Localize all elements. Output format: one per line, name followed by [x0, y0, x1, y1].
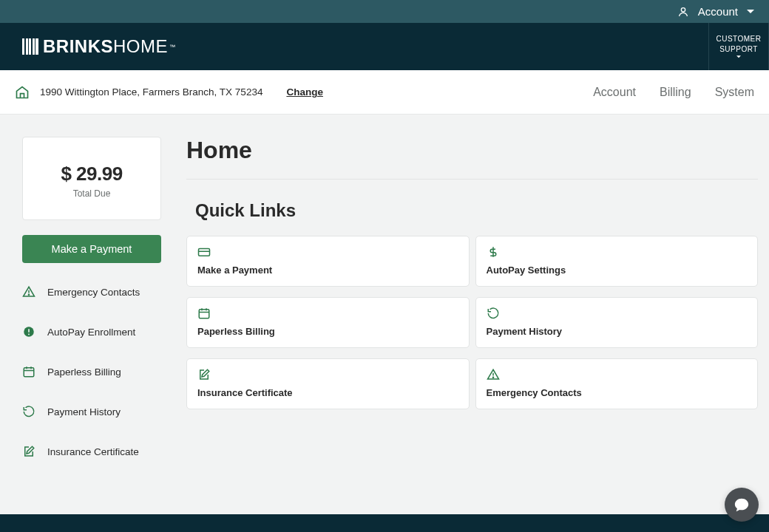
chat-button[interactable]	[725, 488, 759, 522]
nav-system[interactable]: System	[715, 86, 754, 99]
nav-account[interactable]: Account	[593, 86, 636, 99]
sidebar-paperless-billing[interactable]: Paperless Billing	[22, 365, 161, 378]
trademark-icon: ™	[169, 44, 175, 50]
page-footer	[0, 514, 769, 532]
brinks-home-logo[interactable]: BRINKSHOME ™	[22, 36, 175, 57]
warning-triangle-icon	[22, 285, 35, 299]
main-header: BRINKSHOME ™ CUSTOMER SUPPORT	[0, 23, 769, 70]
home-icon	[15, 85, 30, 100]
sidebar-autopay-enrollment[interactable]: AutoPay Enrollment	[22, 325, 161, 338]
alert-circle-icon	[22, 325, 35, 338]
svg-point-5	[28, 333, 30, 335]
svg-rect-13	[199, 310, 209, 318]
logo-bars-icon	[22, 38, 38, 55]
svg-point-0	[681, 7, 685, 11]
page-title: Home	[186, 137, 758, 180]
history-icon	[487, 307, 748, 321]
card-payment-history[interactable]: Payment History	[475, 297, 759, 348]
edit-document-icon	[197, 368, 458, 383]
customer-support-button[interactable]: CUSTOMER SUPPORT	[708, 23, 769, 70]
edit-document-icon	[22, 445, 35, 458]
sidebar: $ 29.99 Total Due Make a Payment Emergen…	[22, 137, 161, 458]
warning-triangle-icon	[487, 368, 748, 383]
user-icon	[677, 6, 689, 18]
card-paperless-billing[interactable]: Paperless Billing	[186, 297, 470, 348]
change-address-link[interactable]: Change	[286, 86, 323, 98]
chevron-down-icon	[747, 8, 754, 16]
top-utility-bar: Account	[0, 0, 769, 23]
sidebar-payment-history[interactable]: Payment History	[22, 405, 161, 418]
card-insurance-certificate[interactable]: Insurance Certificate	[186, 358, 470, 409]
svg-point-18	[492, 377, 493, 378]
svg-rect-6	[24, 368, 34, 377]
due-label: Total Due	[30, 188, 153, 199]
quick-links-grid: Make a Payment AutoPay Settings Paperles…	[186, 236, 758, 409]
credit-card-icon	[197, 245, 458, 260]
property-address: 1990 Wittington Place, Farmers Branch, T…	[40, 86, 262, 98]
sidebar-emergency-contacts[interactable]: Emergency Contacts	[22, 285, 161, 299]
sidebar-insurance-certificate[interactable]: Insurance Certificate	[22, 445, 161, 458]
chat-bubble-icon	[734, 497, 750, 513]
sub-navigation: 1990 Wittington Place, Farmers Branch, T…	[0, 70, 769, 115]
svg-point-2	[28, 294, 29, 295]
due-amount: $ 29.99	[30, 163, 153, 185]
main-content: Home Quick Links Make a Payment AutoPay …	[186, 137, 758, 458]
dollar-icon	[487, 245, 748, 260]
make-payment-button[interactable]: Make a Payment	[22, 235, 161, 263]
calendar-icon	[22, 365, 35, 378]
quick-links-heading: Quick Links	[186, 200, 758, 221]
total-due-card: $ 29.99 Total Due	[22, 137, 161, 220]
card-make-payment[interactable]: Make a Payment	[186, 236, 470, 287]
nav-billing[interactable]: Billing	[660, 86, 691, 99]
history-icon	[22, 405, 35, 418]
svg-rect-10	[199, 249, 210, 256]
calendar-icon	[197, 307, 458, 321]
card-emergency-contacts[interactable]: Emergency Contacts	[475, 358, 759, 409]
card-autopay-settings[interactable]: AutoPay Settings	[475, 236, 759, 287]
account-menu[interactable]: Account	[698, 5, 738, 18]
